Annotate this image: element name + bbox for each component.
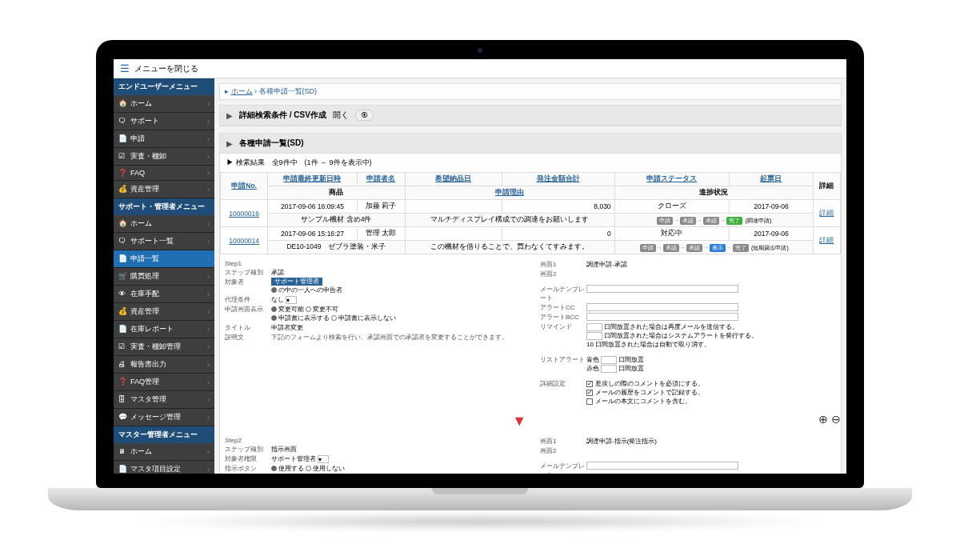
sidebar-item[interactable]: 📄マスタ項目設定› xyxy=(114,461,214,474)
chevron-right-icon: › xyxy=(207,153,210,161)
sidebar-item[interactable]: 🏠ホーム› xyxy=(114,95,214,113)
request-no-link[interactable]: 10000014 xyxy=(229,237,259,245)
request-no-link[interactable]: 10000016 xyxy=(229,210,259,218)
checkbox-icon[interactable] xyxy=(586,381,593,387)
sidebar-section-header: サポート・管理者メニュー xyxy=(114,198,214,215)
menu-icon[interactable]: ☰ xyxy=(120,62,130,74)
sidebar-icon: 🗨 xyxy=(118,237,128,245)
detail-link[interactable]: 詳細 xyxy=(819,209,834,217)
chevron-right-icon: › xyxy=(207,308,210,316)
radio-icon[interactable] xyxy=(271,306,277,312)
sidebar-item[interactable]: 🗨サポート› xyxy=(114,113,214,130)
sidebar-icon: ☑ xyxy=(118,342,128,350)
radio-icon[interactable] xyxy=(306,306,311,312)
chevron-right-icon: › xyxy=(207,169,210,177)
col-reason[interactable]: 申請理由 xyxy=(495,188,524,196)
chevron-right-icon: › xyxy=(207,186,210,194)
main-area: ▸ ホーム › 各種申請一覧(SD) ▶ 詳細検索条件 / CSV作成 開く ⦿ xyxy=(214,78,846,474)
breadcrumb-home[interactable]: ホーム xyxy=(231,87,253,95)
radio-icon[interactable] xyxy=(271,315,277,321)
input[interactable] xyxy=(586,303,738,311)
lab: 指示ボタン xyxy=(225,464,271,474)
chevron-right-icon: › xyxy=(207,273,210,281)
sidebar-section-header: マスター管理者メニュー xyxy=(114,426,214,443)
sidebar-icon: 📄 xyxy=(118,254,128,262)
input[interactable] xyxy=(586,332,602,340)
toggle-open-button[interactable]: ⦿ xyxy=(355,110,374,121)
sidebar-item[interactable]: 📄在庫レポート› xyxy=(114,321,214,338)
target-chip[interactable]: サポート管理者 xyxy=(271,278,322,286)
sidebar: エンドユーザーメニュー🏠ホーム›🗨サポート›📄申請›☑実査・棚卸›❓FAQ›💰資… xyxy=(114,78,214,474)
sidebar-item[interactable]: 🛒購買処理› xyxy=(114,268,214,286)
lab: メールテンプレート xyxy=(540,285,586,302)
input[interactable] xyxy=(586,313,738,321)
col-progress: 進捗状況 xyxy=(614,186,813,200)
add-remove-icons[interactable]: ⊕ ⊖ xyxy=(818,413,841,426)
sidebar-icon: 👁 xyxy=(118,290,128,298)
table-row: 100000142017-09-06 15:16:27管理 太郎0対応中2017… xyxy=(221,227,841,241)
val: 日間放置された場合は再度メールを送信する。 xyxy=(604,323,738,330)
sidebar-icon: 📄 xyxy=(118,325,128,333)
chevron-right-icon[interactable]: ▶ xyxy=(226,111,233,120)
sidebar-item[interactable]: 💬メッセージ管理› xyxy=(114,409,214,426)
sidebar-item[interactable]: ☑実査・棚卸管理› xyxy=(114,338,214,356)
sidebar-item[interactable]: 💰資産管理› xyxy=(114,181,214,198)
col-no[interactable]: 申請No. xyxy=(231,182,257,190)
val: なし xyxy=(271,296,284,303)
sidebar-item[interactable]: 🏠ホーム› xyxy=(114,215,214,233)
sidebar-item[interactable]: 🗨サポート一覧› xyxy=(114,233,214,250)
sidebar-item[interactable]: ❓FAQ› xyxy=(114,166,214,181)
col-applicant[interactable]: 申請者名 xyxy=(366,174,395,182)
input[interactable] xyxy=(586,323,602,331)
chevron-right-icon[interactable]: ▶ xyxy=(226,139,233,148)
sidebar-item[interactable]: 🖨報告書出力› xyxy=(114,356,214,374)
laptop-frame: ☰ メニューを閉じる エンドユーザーメニュー🏠ホーム›🗨サポート›📄申請›☑実査… xyxy=(96,40,864,520)
checkbox-icon[interactable] xyxy=(586,390,593,396)
radio-icon[interactable] xyxy=(271,287,277,293)
sidebar-item[interactable]: ❓FAQ管理› xyxy=(114,374,214,391)
lab: 詳細設定 xyxy=(540,379,586,406)
val: メールの本文にコメントを含む。 xyxy=(595,398,691,405)
select-box[interactable]: ▾ xyxy=(318,455,329,463)
col-due[interactable]: 希望納品日 xyxy=(435,174,471,182)
col-status[interactable]: 申請ステータス xyxy=(646,174,697,182)
select-box[interactable]: ▾ xyxy=(286,296,297,304)
radio-icon[interactable] xyxy=(271,466,277,471)
col-amount[interactable]: 発注金額合計 xyxy=(537,174,580,182)
sidebar-icon: 🗨 xyxy=(118,117,128,125)
sidebar-item[interactable]: 🗄マスタ管理› xyxy=(114,391,214,409)
detail-link[interactable]: 詳細 xyxy=(819,236,834,244)
sidebar-item[interactable]: 💰資産管理› xyxy=(114,303,214,321)
input[interactable] xyxy=(586,285,738,293)
chevron-right-icon: › xyxy=(207,100,210,108)
val: 差戻しの際のコメントを必須にする。 xyxy=(595,380,704,387)
sidebar-item[interactable]: 🖥ホーム› xyxy=(114,443,214,461)
app-screen: ☰ メニューを閉じる エンドユーザーメニュー🏠ホーム›🗨サポート›📄申請›☑実査… xyxy=(114,59,846,474)
list-panel-title: 各種申請一覧(SD) xyxy=(239,138,304,149)
val: 日間放置された場合は自動で取り消す。 xyxy=(595,341,710,348)
radio-icon[interactable] xyxy=(331,315,337,321)
sidebar-item[interactable]: 📄申請› xyxy=(114,130,214,148)
breadcrumb-sep: › xyxy=(254,87,257,95)
checkbox-icon[interactable] xyxy=(586,398,593,405)
input[interactable] xyxy=(601,365,617,373)
menu-toggle-label[interactable]: メニューを閉じる xyxy=(134,63,198,74)
col-raised[interactable]: 起票日 xyxy=(760,174,782,182)
lab: タイトル xyxy=(225,323,271,332)
lab: メールテンプレート xyxy=(540,462,586,474)
sidebar-icon: 🏠 xyxy=(118,219,128,227)
sidebar-item[interactable]: 📄申請一覧› xyxy=(114,250,214,268)
chevron-right-icon: › xyxy=(207,220,210,228)
col-updated[interactable]: 申請最終更新日時 xyxy=(283,174,341,182)
sidebar-section-header: エンドユーザーメニュー xyxy=(114,78,214,95)
sidebar-item[interactable]: 👁在庫手配› xyxy=(114,286,214,303)
input[interactable] xyxy=(586,462,738,470)
val: 下記のフォームより検索を行い、承認画面での承認者を変更することができます。 xyxy=(271,333,521,342)
radio-icon[interactable] xyxy=(306,466,311,471)
sidebar-item[interactable]: ☑実査・棚卸› xyxy=(114,148,214,166)
lab: ステップ種別 xyxy=(225,445,271,454)
lab: アラートCC xyxy=(540,303,586,312)
chevron-right-icon: › xyxy=(207,414,210,422)
input[interactable] xyxy=(601,356,617,364)
val: 調達申請-承認 xyxy=(586,260,836,269)
